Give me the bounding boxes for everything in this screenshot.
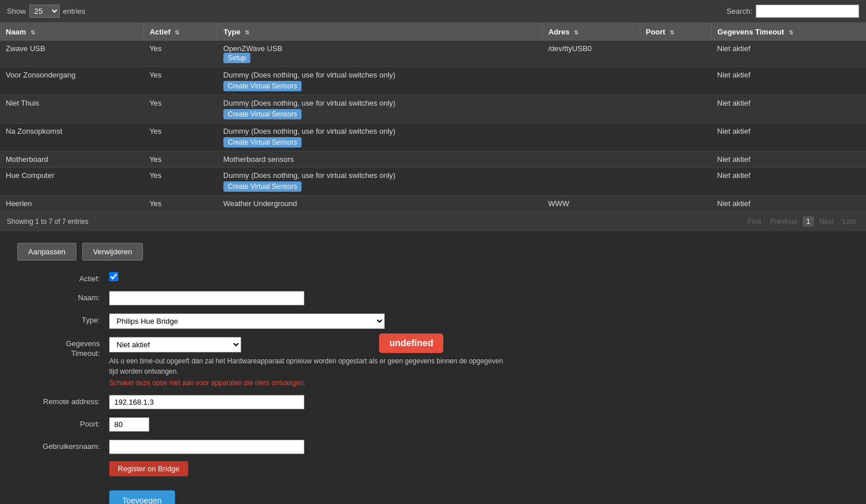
cell-actief: Yes [144,123,218,152]
table-row[interactable]: Zwave USBYesOpenZWave USBSetup/dev/ttyUS… [0,41,866,67]
actief-row: Actief: [17,272,849,283]
table-row[interactable]: MotherboardYesMotherboard sensorsNiet ak… [0,152,866,168]
create-virtual-sensors-button[interactable]: Create Virtual Sensors [223,109,302,119]
timeout-info-text: Als u een time-out opgeeft dan zal het H… [109,357,503,375]
pagination-next[interactable]: Next [816,216,837,227]
col-poort[interactable]: Poort ⇅ [640,23,712,41]
type-label: Type: [17,313,109,324]
table-row[interactable]: HeerlenYesWeather UndergroundWWWNiet akt… [0,196,866,212]
cell-gegevens-timeout: Niet aktief [712,168,866,196]
gebruikersnaam-input[interactable] [109,440,304,454]
pagination-page[interactable]: 1 [803,216,814,227]
cell-adres [542,67,640,95]
show-label: Show [7,7,26,15]
gegevens-timeout-control: Niet aktief undefined Als u een time-out… [109,337,849,387]
pagination-first[interactable]: First [744,216,764,227]
table-row[interactable]: Na ZonsopkomstYesDummy (Does nothing, us… [0,123,866,152]
search-label: Search: [726,7,752,15]
cell-type: Motherboard sensors [218,152,543,168]
gegevens-timeout-label: GegevensTimeout: [17,337,109,359]
cell-poort [640,168,712,196]
action-buttons: Aanpassen Verwijderen [17,243,849,261]
poort-input[interactable] [109,417,149,432]
cell-adres [542,152,640,168]
cell-adres [542,168,640,196]
cell-poort [640,123,712,152]
cell-gegevens-timeout: Niet aktief [712,152,866,168]
search-bar: Search: [726,5,859,18]
timeout-info: Als u een time-out opgeeft dan zal het H… [109,356,511,377]
cell-actief: Yes [144,168,218,196]
cell-adres [542,95,640,123]
col-actief[interactable]: Actief ⇅ [144,23,218,41]
cell-naam: Voor Zonsondergang [0,67,144,95]
pagination-last[interactable]: Last [839,216,859,227]
cell-poort [640,152,712,168]
cell-gegevens-timeout: Niet aktief [712,196,866,212]
remote-address-input[interactable] [109,395,304,409]
cell-naam: Niet Thuis [0,95,144,123]
remote-address-row: Remote address: [17,395,849,409]
col-type[interactable]: Type ⇅ [218,23,543,41]
cell-type: Dummy (Does nothing, use for virtual swi… [218,123,543,152]
cell-poort [640,95,712,123]
cell-actief: Yes [144,95,218,123]
gebruikersnaam-label: Gebruikersnaam: [17,440,109,451]
cell-gegevens-timeout: Niet aktief [712,41,866,67]
cell-type: Dummy (Does nothing, use for virtual swi… [218,95,543,123]
aanpassen-button[interactable]: Aanpassen [17,243,76,261]
poort-label: Poort: [17,417,109,428]
cell-actief: Yes [144,41,218,67]
sort-arrow-adres: ⇅ [574,29,578,36]
verwijderen-button[interactable]: Verwijderen [82,243,143,261]
remote-address-label: Remote address: [17,395,109,406]
cell-actief: Yes [144,196,218,212]
gebruikersnaam-control: Register on Bridge [109,440,849,476]
cell-naam: Na Zonsopkomst [0,123,144,152]
create-virtual-sensors-button[interactable]: Create Virtual Sensors [223,137,302,148]
top-bar: Show 25 10 50 100 entries Search: [0,0,866,23]
cell-gegevens-timeout: Niet aktief [712,123,866,152]
naam-row: Naam: [17,291,849,305]
timeout-select[interactable]: Niet aktief [109,337,241,352]
cell-poort [640,67,712,95]
naam-label: Naam: [17,291,109,302]
cell-naam: Heerlen [0,196,144,212]
pagination-previous[interactable]: Previous [767,216,801,227]
create-virtual-sensors-button[interactable]: Create Virtual Sensors [223,181,302,192]
actief-control [109,272,849,283]
setup-button[interactable]: Setup [223,53,250,63]
actief-checkbox[interactable] [109,272,118,281]
cell-type: Weather Underground [218,196,543,212]
poort-row: Poort: [17,417,849,432]
actief-label: Actief: [17,272,109,283]
table-row[interactable]: Niet ThuisYesDummy (Does nothing, use fo… [0,95,866,123]
type-select[interactable]: Philips Hue Bridge [109,313,385,329]
cell-poort [640,41,712,67]
register-button[interactable]: Register on Bridge [109,461,188,476]
cell-naam: Motherboard [0,152,144,168]
gebruikersnaam-row: Gebruikersnaam: Register on Bridge [17,440,849,476]
type-row: Type: Philips Hue Bridge [17,313,849,329]
search-input[interactable] [756,5,859,18]
sort-arrow-poort: ⇅ [670,29,674,36]
cell-actief: Yes [144,152,218,168]
col-naam[interactable]: Naam ⇅ [0,23,144,41]
timeout-warning: Schakel deze optie niet aan voor apparat… [109,379,849,387]
sort-arrow-actief: ⇅ [175,29,179,36]
cell-adres: WWW [542,196,640,212]
col-adres[interactable]: Adres ⇅ [542,23,640,41]
entries-select[interactable]: 25 10 50 100 [29,5,60,18]
showing-text: Showing 1 to 7 of 7 entries [7,218,88,226]
col-gegevens-timeout[interactable]: Gegevens Timeout ⇅ [712,23,866,41]
table-row[interactable]: Hue ComputerYesDummy (Does nothing, use … [0,168,866,196]
cell-adres [542,123,640,152]
toevoegen-row: Toevoegen [17,484,849,504]
naam-input[interactable] [109,291,304,305]
toevoegen-button[interactable]: Toevoegen [109,490,175,504]
cell-adres: /dev/ttyUSB0 [542,41,640,67]
create-virtual-sensors-button[interactable]: Create Virtual Sensors [223,81,302,91]
cell-poort [640,196,712,212]
cell-naam: Zwave USB [0,41,144,67]
table-row[interactable]: Voor ZonsondergangYesDummy (Does nothing… [0,67,866,95]
